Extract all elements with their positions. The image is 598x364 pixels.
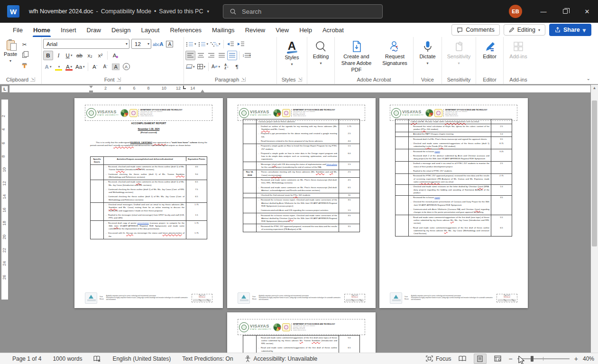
search-bar[interactable] bbox=[223, 4, 383, 18]
font-color-button[interactable]: A▾ bbox=[64, 62, 74, 72]
dictate-button[interactable]: Dictate▾ bbox=[417, 38, 438, 66]
zoom-slider[interactable] bbox=[517, 358, 570, 359]
zoom-level[interactable]: 40% bbox=[583, 355, 594, 362]
clipboard-dialog-launcher[interactable]: ↘ bbox=[30, 77, 35, 82]
vertical-ruler[interactable]: 2468101214161820222426 bbox=[1, 100, 8, 300]
bullets-button[interactable]: ▾ bbox=[185, 39, 197, 49]
text-effects-button[interactable]: A▾ bbox=[43, 62, 53, 72]
horizontal-ruler[interactable]: 2468101214 bbox=[9, 85, 590, 92]
zoom-slider-thumb[interactable] bbox=[531, 356, 534, 362]
save-status[interactable]: Saved to this PC bbox=[159, 8, 203, 15]
align-center-button[interactable] bbox=[196, 51, 206, 60]
indent-marker[interactable] bbox=[89, 86, 93, 93]
paragraph-dialog-launcher[interactable]: ↘ bbox=[241, 77, 246, 82]
create-share-pdf-button[interactable]: Create and Share Adobe PDF bbox=[337, 38, 377, 73]
distributed-button[interactable] bbox=[227, 51, 237, 60]
enclose-characters-button[interactable]: A bbox=[121, 62, 131, 72]
restore-button[interactable] bbox=[554, 0, 576, 23]
grow-font-button[interactable]: Aˆ bbox=[90, 62, 100, 72]
close-button[interactable]: ✕ bbox=[576, 0, 598, 23]
subscript-button[interactable]: x₂ bbox=[85, 51, 95, 60]
vertical-scrollbar[interactable]: ▲ bbox=[591, 85, 598, 353]
print-layout-button[interactable] bbox=[474, 354, 487, 364]
minimize-button[interactable]: — bbox=[533, 0, 554, 23]
tab-stop-marker[interactable] bbox=[183, 86, 186, 89]
web-layout-button[interactable] bbox=[491, 354, 504, 364]
font-size-combo[interactable]: 12▾ bbox=[131, 39, 151, 49]
zoom-out-button[interactable]: − bbox=[509, 355, 513, 363]
clear-formatting-button[interactable]: A bbox=[110, 51, 120, 60]
request-signatures-button[interactable]: Request Signatures bbox=[378, 38, 412, 67]
strikethrough-button[interactable]: ab bbox=[74, 51, 84, 60]
paste-button[interactable]: Paste▾ bbox=[1, 38, 19, 64]
editing-mode-button[interactable]: Editing▾ bbox=[504, 24, 545, 36]
menu-tab-design[interactable]: Design bbox=[106, 23, 136, 37]
right-indent-marker[interactable] bbox=[201, 86, 204, 92]
show-formatting-marks-button[interactable]: ¶ bbox=[232, 62, 242, 72]
tab-selector[interactable]: L bbox=[1, 86, 8, 92]
menu-tab-mailings[interactable]: Mailings bbox=[207, 23, 240, 37]
editing-menu-button[interactable]: Editing▾ bbox=[311, 38, 331, 66]
document-page-1[interactable]: VISAYASSTATE UNIVERSITY DEPARTMENT OF FO… bbox=[74, 98, 223, 308]
text-predictions-status[interactable]: Text Predictions: On bbox=[182, 355, 233, 362]
menu-tab-help[interactable]: Help bbox=[294, 23, 317, 37]
shading-button[interactable]: ▾ bbox=[185, 62, 196, 72]
format-painter-button[interactable] bbox=[19, 61, 29, 70]
character-border-button[interactable]: A bbox=[165, 39, 175, 49]
italic-button[interactable]: I bbox=[54, 51, 64, 60]
copy-button[interactable] bbox=[19, 50, 29, 60]
align-right-button[interactable] bbox=[206, 51, 216, 60]
menu-tab-insert[interactable]: Insert bbox=[55, 23, 82, 37]
menu-tab-view[interactable]: View bbox=[270, 23, 294, 37]
superscript-button[interactable]: x² bbox=[95, 51, 105, 60]
menu-tab-review[interactable]: Review bbox=[240, 23, 271, 37]
underline-button[interactable]: U▾ bbox=[64, 51, 74, 60]
change-case-button[interactable]: Aa▾ bbox=[74, 62, 86, 72]
editor-button[interactable]: Editor bbox=[480, 38, 499, 60]
document-title[interactable]: wfh November 2024.doc - Compatibility Mo… bbox=[29, 8, 209, 15]
search-input[interactable] bbox=[241, 8, 359, 16]
borders-button[interactable]: ▾ bbox=[196, 62, 207, 72]
bold-button[interactable]: B bbox=[43, 51, 53, 60]
read-mode-button[interactable] bbox=[456, 354, 469, 364]
word-count[interactable]: 1000 words bbox=[53, 355, 82, 362]
line-spacing-button[interactable]: ↕▾ bbox=[241, 51, 252, 60]
decrease-indent-button[interactable] bbox=[226, 39, 236, 49]
menu-tab-references[interactable]: References bbox=[165, 23, 206, 37]
menu-tab-acrobat[interactable]: Acrobat bbox=[317, 23, 349, 37]
page-indicator[interactable]: Page 1 of 4 bbox=[12, 355, 41, 362]
menu-tab-home[interactable]: Home bbox=[28, 23, 55, 37]
focus-button[interactable]: Focus bbox=[426, 355, 451, 362]
language-status[interactable]: English (United States) bbox=[112, 355, 171, 362]
menu-tab-draw[interactable]: Draw bbox=[82, 23, 106, 37]
font-dialog-launcher[interactable]: ↘ bbox=[117, 77, 121, 82]
document-page-4[interactable]: VISAYASSTATE UNIVERSITY DEPARTMENT OF FO… bbox=[227, 312, 376, 353]
zoom-in-button[interactable]: + bbox=[574, 355, 578, 363]
shrink-font-button[interactable]: Aˇ bbox=[101, 62, 110, 72]
asian-layout-button[interactable]: A⇄▾ bbox=[211, 62, 221, 72]
align-left-button[interactable] bbox=[185, 51, 195, 60]
scroll-up-arrow[interactable]: ▲ bbox=[591, 86, 598, 90]
avatar[interactable]: EB bbox=[509, 5, 522, 18]
numbering-button[interactable]: ▾ bbox=[198, 39, 210, 49]
highlight-button[interactable]: ▾ bbox=[54, 62, 64, 72]
character-shading-button[interactable]: A bbox=[111, 62, 121, 72]
document-page-3[interactable]: VISAYASSTATE UNIVERSITY DEPARTMENT OF FO… bbox=[379, 98, 528, 308]
comments-button[interactable]: Comments bbox=[451, 24, 499, 36]
share-button[interactable]: Share▾ bbox=[549, 24, 591, 36]
font-name-combo[interactable]: Arial▾ bbox=[43, 39, 129, 49]
document-page-2[interactable]: VISAYASSTATE UNIVERSITY DEPARTMENT OF FO… bbox=[227, 98, 376, 308]
cut-button[interactable]: ✂ bbox=[19, 40, 29, 49]
accessibility-status[interactable]: Accessibility: Unavailable bbox=[245, 355, 318, 362]
word-app-icon[interactable]: W bbox=[7, 5, 19, 18]
scrollbar-thumb[interactable] bbox=[592, 100, 597, 246]
styles-button[interactable]: A Styles▾ bbox=[283, 38, 302, 67]
styles-dialog-launcher[interactable]: ↘ bbox=[298, 77, 303, 82]
multilevel-list-button[interactable]: ▾ bbox=[210, 39, 221, 49]
menu-tab-layout[interactable]: Layout bbox=[136, 23, 165, 37]
increase-indent-button[interactable] bbox=[236, 39, 246, 49]
proofing-status[interactable] bbox=[93, 355, 101, 362]
collapse-ribbon-button[interactable]: ⌄ bbox=[587, 76, 590, 81]
phonetic-guide-button[interactable]: abcA bbox=[152, 39, 164, 49]
menu-tab-file[interactable]: File bbox=[8, 23, 28, 37]
